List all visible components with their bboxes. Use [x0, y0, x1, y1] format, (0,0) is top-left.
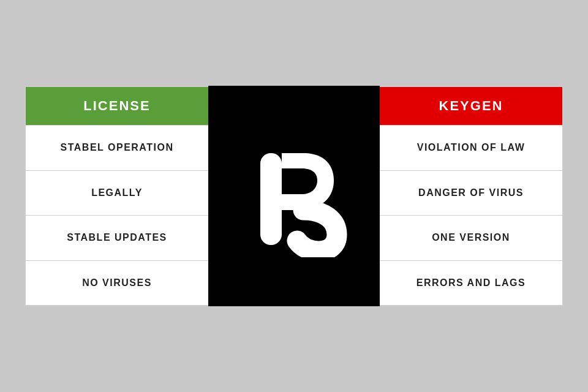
svg-rect-0: [260, 153, 282, 245]
license-row-1: STABEL OPERATION: [26, 125, 208, 170]
keygen-row-3: ONE VERSION: [380, 215, 562, 260]
license-column: LICENSE STABEL OPERATION LEGALLY STABLE …: [24, 86, 208, 306]
comparison-table: LICENSE STABEL OPERATION LEGALLY STABLE …: [24, 86, 564, 306]
p-logo-icon: [239, 135, 349, 257]
center-logo-column: [208, 86, 380, 306]
keygen-row-4: ERRORS AND LAGS: [380, 260, 562, 306]
license-header: LICENSE: [26, 87, 208, 125]
license-row-4: NO VIRUSES: [26, 260, 208, 306]
keygen-row-2: DANGER OF VIRUS: [380, 170, 562, 216]
keygen-row-1: VIOLATION OF LAW: [380, 125, 562, 170]
license-row-2: LEGALLY: [26, 170, 208, 216]
keygen-column: KEYGEN VIOLATION OF LAW DANGER OF VIRUS …: [380, 86, 564, 306]
keygen-header: KEYGEN: [380, 87, 562, 125]
license-row-3: STABLE UPDATES: [26, 215, 208, 260]
